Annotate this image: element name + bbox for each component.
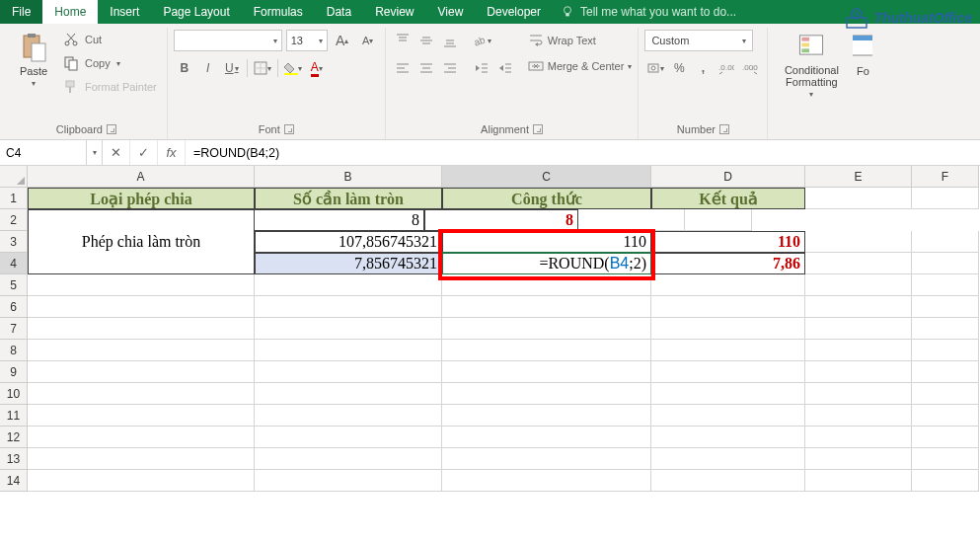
font-color-button[interactable]: A▾: [306, 57, 328, 79]
align-top-button[interactable]: [392, 30, 414, 51]
cell-D8[interactable]: [651, 340, 805, 361]
cell-B6[interactable]: [255, 296, 442, 318]
cell-D13[interactable]: [651, 448, 805, 470]
cell-A2[interactable]: Phép chia làm tròn: [28, 209, 255, 274]
cell-B10[interactable]: [255, 383, 442, 405]
cell-B13[interactable]: [255, 448, 442, 470]
tab-view[interactable]: View: [426, 0, 476, 24]
increase-font-button[interactable]: A▴: [332, 30, 353, 51]
cell-E6[interactable]: [805, 296, 912, 318]
cell-C11[interactable]: [442, 405, 651, 427]
row-header-4[interactable]: 4: [0, 253, 28, 274]
row-header-10[interactable]: 10: [0, 383, 28, 405]
tab-page-layout[interactable]: Page Layout: [151, 0, 241, 24]
cell-E9[interactable]: [805, 361, 912, 383]
cell-E12[interactable]: [805, 427, 912, 448]
row-header-6[interactable]: 6: [0, 296, 28, 318]
cell-F4[interactable]: [912, 253, 979, 274]
orientation-button[interactable]: ab▾: [471, 30, 492, 51]
cell-D11[interactable]: [651, 405, 805, 427]
copy-button[interactable]: Copy▾: [59, 53, 161, 73]
increase-decimal-button[interactable]: .0.00: [716, 57, 737, 79]
row-header-5[interactable]: 5: [0, 274, 28, 296]
bold-button[interactable]: B: [174, 57, 195, 79]
cell-D7[interactable]: [651, 318, 805, 340]
cancel-formula-button[interactable]: ✕: [103, 140, 130, 165]
fx-button[interactable]: fx: [158, 140, 186, 165]
cell-E8[interactable]: [805, 340, 912, 361]
format-as-table-button[interactable]: Fo: [853, 30, 872, 99]
tab-developer[interactable]: Developer: [475, 0, 553, 24]
col-header-E[interactable]: E: [805, 166, 912, 188]
cell-F14[interactable]: [912, 470, 979, 492]
cut-button[interactable]: Cut: [59, 30, 161, 49]
cell-E5[interactable]: [805, 274, 912, 296]
italic-button[interactable]: I: [197, 57, 219, 79]
decrease-indent-button[interactable]: [471, 57, 492, 79]
col-header-F[interactable]: F: [912, 166, 979, 188]
cell-A9[interactable]: [28, 361, 255, 383]
formula-input[interactable]: =ROUND(B4;2): [186, 140, 980, 165]
underline-button[interactable]: U▾: [221, 57, 243, 79]
worksheet-grid[interactable]: ABCDEF 1234567891011121314 Loại phép chi…: [0, 166, 980, 544]
cell-F3[interactable]: [912, 231, 979, 253]
cell-B4[interactable]: 7,856745321: [255, 253, 442, 274]
conditional-formatting-button[interactable]: Conditional Formatting▾: [774, 30, 849, 99]
cell-A8[interactable]: [28, 340, 255, 361]
cell-D12[interactable]: [651, 427, 805, 448]
row-header-9[interactable]: 9: [0, 361, 28, 383]
cell-B5[interactable]: [255, 274, 442, 296]
cell-C8[interactable]: [442, 340, 651, 361]
cell-B14[interactable]: [255, 470, 442, 492]
tab-home[interactable]: Home: [42, 0, 98, 24]
row-header-8[interactable]: 8: [0, 340, 28, 361]
row-header-2[interactable]: 2: [0, 209, 28, 231]
cell-F10[interactable]: [912, 383, 979, 405]
cell-D3[interactable]: 110: [651, 231, 805, 253]
clipboard-dialog-launcher[interactable]: [107, 124, 116, 134]
font-dialog-launcher[interactable]: [284, 124, 294, 134]
cell-A13[interactable]: [28, 448, 255, 470]
cell-D4[interactable]: 7,86: [651, 253, 805, 274]
increase-indent-button[interactable]: [494, 57, 516, 79]
row-header-13[interactable]: 13: [0, 448, 28, 470]
cell-F2[interactable]: [685, 209, 752, 231]
cell-C9[interactable]: [442, 361, 651, 383]
cell-E7[interactable]: [805, 318, 912, 340]
cell-C13[interactable]: [442, 448, 651, 470]
cell-F13[interactable]: [912, 448, 979, 470]
wrap-text-button[interactable]: Wrap Text: [528, 30, 633, 51]
cell-F9[interactable]: [912, 361, 979, 383]
cell-E10[interactable]: [805, 383, 912, 405]
cell-C10[interactable]: [442, 383, 651, 405]
cell-A1[interactable]: Loại phép chia: [28, 188, 255, 209]
name-box-dropdown[interactable]: ▾: [87, 140, 103, 165]
cell-A12[interactable]: [28, 427, 255, 448]
tab-insert[interactable]: Insert: [98, 0, 151, 24]
merge-center-button[interactable]: Merge & Center▾: [528, 55, 633, 77]
select-all-corner[interactable]: [0, 166, 28, 188]
cell-C14[interactable]: [442, 470, 651, 492]
row-header-3[interactable]: 3: [0, 231, 28, 253]
paste-button[interactable]: Paste ▾: [12, 30, 55, 99]
col-header-A[interactable]: A: [28, 166, 255, 188]
cell-B8[interactable]: [255, 340, 442, 361]
tab-formulas[interactable]: Formulas: [242, 0, 315, 24]
align-right-button[interactable]: [439, 57, 461, 79]
decrease-font-button[interactable]: A▾: [357, 30, 379, 51]
cell-C1[interactable]: Công thức: [442, 188, 651, 209]
cell-E14[interactable]: [805, 470, 912, 492]
cell-F7[interactable]: [912, 318, 979, 340]
cell-C3[interactable]: 110: [442, 231, 651, 253]
cell-E2[interactable]: [578, 209, 685, 231]
accounting-format-button[interactable]: ▾: [644, 57, 666, 79]
cell-A14[interactable]: [28, 470, 255, 492]
col-header-B[interactable]: B: [255, 166, 442, 188]
align-left-button[interactable]: [392, 57, 414, 79]
cell-A6[interactable]: [28, 296, 255, 318]
align-middle-button[interactable]: [415, 30, 437, 51]
cell-F6[interactable]: [912, 296, 979, 318]
percent-button[interactable]: %: [668, 57, 690, 79]
cell-C4[interactable]: =ROUND(B4;2): [442, 253, 651, 274]
font-size-select[interactable]: 13▾: [286, 30, 328, 51]
